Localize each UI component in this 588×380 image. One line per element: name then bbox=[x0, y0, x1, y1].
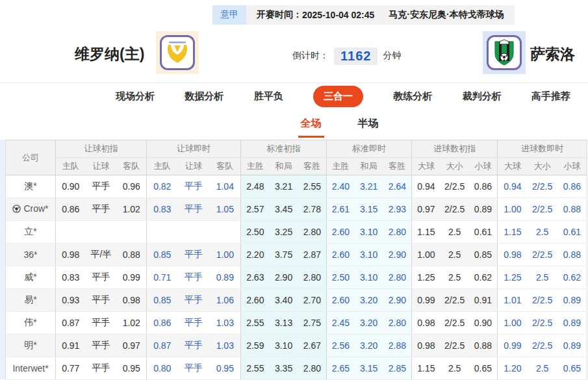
odds-cell[interactable]: 1.15 bbox=[412, 357, 441, 380]
odds-cell[interactable] bbox=[178, 221, 210, 244]
odds-cell[interactable]: 0.85 bbox=[147, 289, 178, 312]
odds-cell[interactable]: 0.87 bbox=[56, 312, 86, 335]
odds-cell[interactable]: 0.86 bbox=[557, 175, 587, 198]
odds-cell[interactable]: 平手 bbox=[86, 335, 117, 357]
odds-cell[interactable]: 2.60 bbox=[327, 221, 355, 244]
odds-cell[interactable]: 1.00 bbox=[210, 244, 241, 266]
odds-cell[interactable]: 2.93 bbox=[383, 198, 412, 221]
odds-cell[interactable]: 1.04 bbox=[210, 175, 241, 198]
company-cell[interactable]: 立* bbox=[6, 221, 56, 244]
odds-cell[interactable]: 3.10 bbox=[355, 244, 383, 266]
odds-cell[interactable]: 0.83 bbox=[147, 198, 178, 221]
odds-cell[interactable]: 2/2.5 bbox=[528, 335, 557, 357]
odds-cell[interactable]: 2.80 bbox=[298, 221, 327, 244]
odds-cell[interactable]: 3.15 bbox=[355, 198, 383, 221]
odds-cell[interactable]: 2/2.5 bbox=[528, 312, 557, 335]
odds-cell[interactable]: 1.06 bbox=[210, 289, 241, 312]
company-cell[interactable]: 36* bbox=[6, 244, 56, 266]
odds-cell[interactable]: 平手 bbox=[178, 289, 210, 312]
odds-cell[interactable]: 2.60 bbox=[241, 289, 270, 312]
odds-cell[interactable]: 2.50 bbox=[327, 266, 355, 289]
odds-cell[interactable]: 1.25 bbox=[412, 266, 441, 289]
odds-cell[interactable]: 2/2.5 bbox=[528, 289, 557, 312]
odds-cell[interactable]: 2.80 bbox=[383, 221, 412, 244]
odds-cell[interactable]: 0.98 bbox=[498, 244, 528, 266]
odds-cell[interactable]: 2.65 bbox=[327, 357, 355, 380]
odds-cell[interactable]: 2.5 bbox=[441, 221, 469, 244]
odds-cell[interactable]: 0.87 bbox=[147, 335, 178, 357]
odds-cell[interactable]: 2/2.5 bbox=[441, 198, 469, 221]
odds-cell[interactable]: 2.90 bbox=[383, 244, 412, 266]
odds-cell[interactable]: 0.89 bbox=[557, 312, 587, 335]
odds-cell[interactable]: 0.89 bbox=[469, 198, 498, 221]
company-cell[interactable]: Interwet* bbox=[6, 357, 56, 380]
odds-cell[interactable]: 2.5 bbox=[528, 221, 557, 244]
company-cell[interactable]: Crow* bbox=[6, 198, 56, 221]
odds-cell[interactable]: 1.03 bbox=[210, 312, 241, 335]
odds-cell[interactable]: 0.93 bbox=[56, 289, 86, 312]
company-cell[interactable]: 明* bbox=[6, 335, 56, 357]
odds-cell[interactable]: 平手 bbox=[178, 266, 210, 289]
nav-tab-3[interactable]: 三合一 bbox=[313, 86, 363, 107]
odds-cell[interactable]: 0.85 bbox=[469, 244, 498, 266]
odds-cell[interactable]: 3.13 bbox=[270, 312, 298, 335]
odds-cell[interactable]: 平手 bbox=[178, 198, 210, 221]
home-team-logo[interactable] bbox=[156, 31, 199, 74]
odds-cell[interactable]: 2.67 bbox=[298, 335, 327, 357]
odds-cell[interactable]: 2.20 bbox=[241, 244, 270, 266]
odds-cell[interactable]: 0.83 bbox=[56, 266, 86, 289]
odds-cell[interactable]: 1.15 bbox=[412, 221, 441, 244]
league-badge[interactable]: 意甲 bbox=[212, 5, 246, 25]
odds-cell[interactable]: 平手 bbox=[178, 312, 210, 335]
odds-cell[interactable]: 1.00 bbox=[498, 198, 528, 221]
odds-cell[interactable]: 平手 bbox=[86, 312, 117, 335]
odds-cell[interactable]: 1.02 bbox=[117, 312, 147, 335]
odds-cell[interactable]: 0.62 bbox=[557, 266, 587, 289]
odds-cell[interactable]: 0.65 bbox=[557, 357, 587, 380]
odds-cell[interactable]: 2.80 bbox=[383, 266, 412, 289]
odds-cell[interactable]: 2.80 bbox=[298, 357, 327, 380]
nav-tab-6[interactable]: 高手推荐 bbox=[531, 90, 570, 103]
odds-cell[interactable]: 0.94 bbox=[498, 175, 528, 198]
odds-cell[interactable]: 1.03 bbox=[210, 335, 241, 357]
odds-cell[interactable]: 0.91 bbox=[56, 335, 86, 357]
odds-cell[interactable]: 2.80 bbox=[298, 266, 327, 289]
odds-cell[interactable]: 3.21 bbox=[270, 175, 298, 198]
odds-cell[interactable] bbox=[86, 221, 117, 244]
odds-cell[interactable]: 平手 bbox=[86, 175, 117, 198]
odds-cell[interactable]: 平手 bbox=[178, 357, 210, 380]
odds-cell[interactable]: 2.5 bbox=[441, 266, 469, 289]
nav-tab-5[interactable]: 裁判分析 bbox=[463, 90, 502, 103]
company-cell[interactable]: 易* bbox=[6, 289, 56, 312]
odds-cell[interactable]: 2.75 bbox=[298, 312, 327, 335]
odds-cell[interactable]: 0.89 bbox=[557, 289, 587, 312]
sub-tab-1[interactable]: 半场 bbox=[355, 112, 381, 138]
odds-cell[interactable]: 0.86 bbox=[469, 175, 498, 198]
odds-cell[interactable]: 1.20 bbox=[498, 357, 528, 380]
odds-cell[interactable]: 2.55 bbox=[298, 175, 327, 198]
odds-cell[interactable]: 2.63 bbox=[241, 266, 270, 289]
odds-cell[interactable]: 2.56 bbox=[327, 335, 355, 357]
odds-cell[interactable]: 0.96 bbox=[117, 175, 147, 198]
nav-tab-2[interactable]: 胜平负 bbox=[254, 90, 283, 103]
odds-cell[interactable]: 3.20 bbox=[355, 312, 383, 335]
odds-cell[interactable]: 0.88 bbox=[117, 244, 147, 266]
odds-cell[interactable]: 2.5 bbox=[528, 357, 557, 380]
odds-cell[interactable]: 0.61 bbox=[557, 221, 587, 244]
odds-cell[interactable]: 0.88 bbox=[469, 335, 498, 357]
odds-cell[interactable]: 0.89 bbox=[210, 266, 241, 289]
odds-cell[interactable]: 3.10 bbox=[355, 221, 383, 244]
odds-cell[interactable]: 2.85 bbox=[383, 357, 412, 380]
odds-cell[interactable]: 2.90 bbox=[383, 289, 412, 312]
odds-cell[interactable]: 0.61 bbox=[469, 221, 498, 244]
odds-cell[interactable]: 0.99 bbox=[412, 289, 441, 312]
odds-cell[interactable]: 3.20 bbox=[355, 335, 383, 357]
odds-cell[interactable]: 0.91 bbox=[469, 289, 498, 312]
odds-cell[interactable]: 2.55 bbox=[241, 357, 270, 380]
odds-cell[interactable]: 1.05 bbox=[210, 198, 241, 221]
odds-cell[interactable]: 3.10 bbox=[355, 266, 383, 289]
nav-tab-0[interactable]: 现场分析 bbox=[116, 90, 155, 103]
odds-cell[interactable]: 0.62 bbox=[469, 266, 498, 289]
odds-cell[interactable]: 0.90 bbox=[56, 175, 86, 198]
odds-cell[interactable]: 2.5 bbox=[441, 244, 469, 266]
